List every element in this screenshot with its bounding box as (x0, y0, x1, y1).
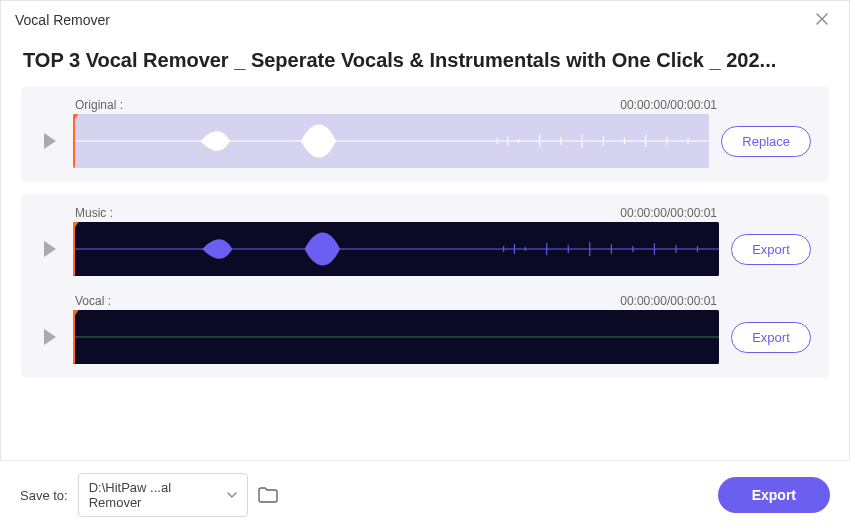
track-label: Vocal : (75, 294, 111, 308)
page-title: TOP 3 Vocal Remover _ Seperate Vocals & … (23, 49, 827, 72)
waveform-music[interactable] (73, 222, 719, 276)
footer-bar: Save to: D:\HitPaw ...al Remover Export (0, 460, 850, 529)
waveform-vocal[interactable] (73, 310, 719, 364)
open-folder-button[interactable] (258, 487, 278, 503)
play-icon (42, 240, 58, 258)
original-panel: Original : 00:00:00/00:00:01 (21, 86, 829, 182)
track-music: Music : 00:00:00/00:00:01 (39, 206, 811, 276)
track-time: 00:00:00/00:00:01 (620, 98, 717, 112)
separated-panel: Music : 00:00:00/00:00:01 (21, 194, 829, 378)
track-original: Original : 00:00:00/00:00:01 (39, 98, 811, 168)
save-path-dropdown[interactable]: D:\HitPaw ...al Remover (78, 473, 248, 517)
save-to-label: Save to: (20, 488, 68, 503)
chevron-down-icon (227, 492, 237, 498)
playhead[interactable] (73, 114, 75, 168)
waveform-original[interactable] (73, 114, 709, 168)
playhead-handle-icon (73, 310, 79, 317)
track-label: Original : (75, 98, 123, 112)
close-button[interactable] (811, 9, 833, 31)
save-path-text: D:\HitPaw ...al Remover (89, 480, 227, 510)
play-button-music[interactable] (39, 240, 61, 258)
folder-icon (258, 487, 278, 503)
close-icon (815, 12, 829, 26)
playhead[interactable] (73, 310, 75, 364)
export-music-button[interactable]: Export (731, 234, 811, 265)
playhead-handle-icon (73, 222, 79, 229)
track-time: 00:00:00/00:00:01 (620, 206, 717, 220)
play-button-vocal[interactable] (39, 328, 61, 346)
play-icon (42, 328, 58, 346)
export-all-button[interactable]: Export (718, 477, 830, 513)
replace-button[interactable]: Replace (721, 126, 811, 157)
track-label: Music : (75, 206, 113, 220)
export-vocal-button[interactable]: Export (731, 322, 811, 353)
title-bar: Vocal Remover (1, 1, 849, 37)
play-icon (42, 132, 58, 150)
track-time: 00:00:00/00:00:01 (620, 294, 717, 308)
track-vocal: Vocal : 00:00:00/00:00:01 (39, 294, 811, 364)
main-content: TOP 3 Vocal Remover _ Seperate Vocals & … (1, 37, 849, 378)
play-button-original[interactable] (39, 132, 61, 150)
playhead[interactable] (73, 222, 75, 276)
playhead-handle-icon (73, 114, 79, 121)
window-title: Vocal Remover (15, 12, 110, 28)
